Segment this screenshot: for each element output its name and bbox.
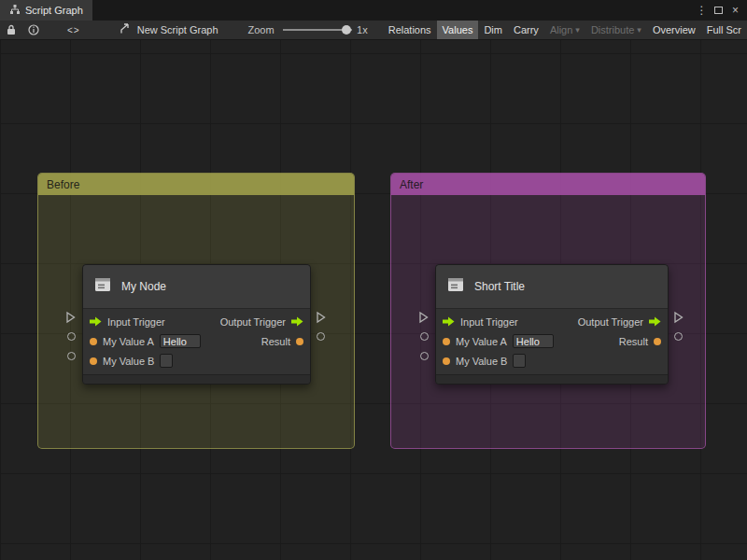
node-icon [92,274,113,299]
tab-script-graph[interactable]: Script Graph [0,0,92,21]
output-trigger-label: Output Trigger [220,316,286,328]
dim-button[interactable]: Dim [478,21,508,39]
node-my-node[interactable]: My Node Input Trigger Output Trigger [82,264,311,385]
node-icon [445,274,466,299]
flow-in-icon[interactable] [443,316,455,327]
port-row-value-a: My Value A Result [83,331,310,351]
tab-title: Script Graph [25,5,83,16]
group-after-header[interactable]: After [391,174,705,195]
align-dropdown: Align ▾ [544,21,585,39]
node-title: My Node [121,280,166,293]
graph-breadcrumb[interactable]: New Script Graph [120,23,218,36]
external-result-port[interactable] [674,332,683,341]
window-maximize-icon[interactable] [712,3,726,18]
external-value-b-port[interactable] [67,352,76,360]
overview-button[interactable]: Overview [647,21,701,39]
external-input-trigger-port[interactable] [418,311,429,324]
fullscreen-button[interactable]: Full Scr [701,21,747,39]
result-port-icon[interactable] [296,338,303,345]
value-b-label: My Value B [103,356,154,367]
zoom-slider[interactable] [283,29,352,31]
toolbar-buttons: Relations Values Dim Carry Align ▾ Distr… [383,21,747,39]
value-port-icon[interactable] [90,357,97,365]
graph-toolbar: <> New Script Graph Zoom 1x Relations Va… [0,21,747,40]
values-button[interactable]: Values [437,21,479,39]
flow-out-icon[interactable] [291,316,303,327]
zoom-label: Zoom [248,24,275,35]
output-trigger-label: Output Trigger [578,316,643,328]
external-input-trigger-port[interactable] [65,311,76,324]
relations-button[interactable]: Relations [383,21,437,39]
node-short-title-header[interactable]: Short Title [436,265,668,309]
node-my-node-header[interactable]: My Node [83,265,310,309]
script-graph-asset-icon [120,23,131,36]
value-a-field[interactable] [160,334,201,348]
window-controls: ⋮ × [695,0,747,21]
value-a-label: My Value A [103,336,154,347]
port-row-trigger: Input Trigger Output Trigger [83,312,310,331]
value-b-field[interactable] [160,354,173,368]
port-row-value-b: My Value B [436,351,668,371]
chevron-down-icon: ▾ [637,25,641,35]
value-b-field[interactable] [513,354,526,368]
result-port-icon[interactable] [654,338,661,345]
graph-canvas[interactable]: Before After My Node Input Trigger [0,40,747,560]
value-b-label: My Value B [456,356,507,367]
group-before-title: Before [47,178,79,191]
node-short-title[interactable]: Short Title Input Trigger Output Trigger [435,264,669,385]
input-trigger-label: Input Trigger [107,316,165,328]
maximize-box-icon [714,7,723,14]
node-title: Short Title [474,280,525,293]
flow-in-icon[interactable] [90,316,102,327]
lock-icon[interactable] [7,24,16,35]
node-footer [436,374,668,384]
tabbar-spacer [92,0,695,21]
value-a-field[interactable] [513,334,554,348]
align-label: Align [550,24,572,35]
code-view-button[interactable]: <> [67,25,80,35]
script-graph-window: Script Graph ⋮ × <> New Script Graph Zoo… [0,0,747,560]
external-result-port[interactable] [317,332,325,341]
window-menu-icon[interactable]: ⋮ [695,3,709,18]
node-body: Input Trigger Output Trigger My Value A … [83,309,310,374]
external-output-trigger-port[interactable] [316,311,326,324]
external-value-a-port[interactable] [420,332,429,341]
value-a-label: My Value A [456,336,507,347]
zoom-slider-handle[interactable] [342,25,351,35]
node-footer [83,374,310,384]
distribute-dropdown: Distribute ▾ [585,21,647,39]
node-body: Input Trigger Output Trigger My Value A … [436,309,668,374]
port-row-value-a: My Value A Result [436,331,668,351]
zoom-value: 1x [357,24,368,35]
external-value-b-port[interactable] [420,352,429,360]
result-label: Result [619,336,648,347]
value-port-icon[interactable] [90,338,97,345]
external-value-a-port[interactable] [67,332,76,341]
script-graph-tab-icon [9,4,21,17]
external-output-trigger-port[interactable] [673,311,684,324]
graph-name: New Script Graph [137,24,218,35]
tab-bar: Script Graph ⋮ × [0,0,747,21]
result-label: Result [261,336,290,347]
value-port-icon[interactable] [443,357,450,365]
chevron-down-icon: ▾ [575,25,580,35]
input-trigger-label: Input Trigger [460,316,518,328]
group-before-header[interactable]: Before [38,174,354,195]
distribute-label: Distribute [591,24,634,35]
flow-out-icon[interactable] [649,316,661,327]
info-icon[interactable] [28,24,39,35]
group-after-title: After [400,178,423,191]
port-row-value-b: My Value B [83,351,310,371]
value-port-icon[interactable] [443,338,450,345]
carry-button[interactable]: Carry [508,21,544,39]
window-close-icon[interactable]: × [728,3,742,18]
port-row-trigger: Input Trigger Output Trigger [436,312,668,331]
